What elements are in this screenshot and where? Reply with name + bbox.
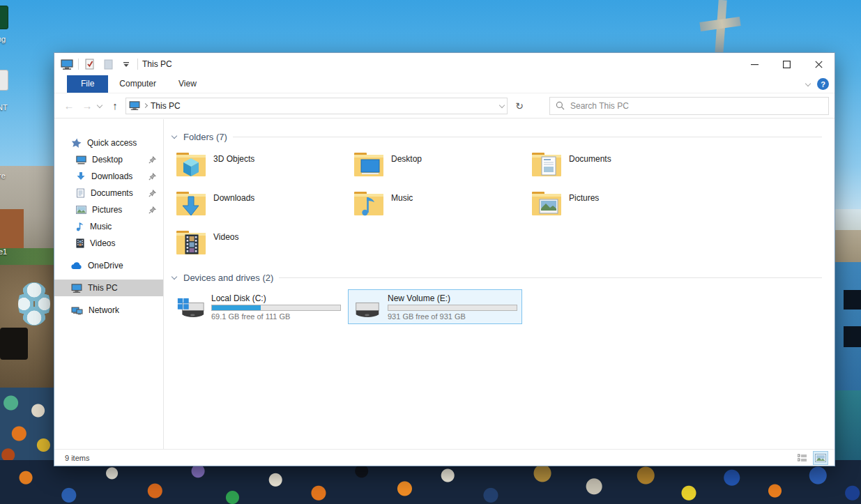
drive-name: Local Disk (C:)	[211, 293, 341, 303]
sidebar-item-desktop[interactable]: Desktop	[54, 151, 163, 168]
sidebar-item-quick-access[interactable]: Quick access	[54, 135, 163, 151]
search-box[interactable]	[549, 97, 829, 115]
local-disk-icon	[176, 293, 205, 321]
refresh-button[interactable]: ↻	[510, 98, 528, 114]
sidebar-item-this-pc[interactable]: This PC	[54, 280, 163, 296]
drive-tile-new-volume-e[interactable]: New Volume (E:) 931 GB free of 931 GB	[348, 289, 522, 324]
mosaic-flower	[18, 282, 50, 326]
folder-desktop-icon	[353, 150, 385, 179]
folder-tile-3d-objects[interactable]: 3D Objects	[175, 150, 353, 189]
tab-file[interactable]: File	[67, 75, 108, 93]
capacity-bar	[211, 305, 341, 311]
folder-tile-pictures[interactable]: Pictures	[531, 189, 708, 228]
folders-grid: 3D Objects Desktop Documents	[175, 146, 712, 267]
address-bar[interactable]: This PC	[125, 98, 508, 114]
address-dropdown-icon[interactable]	[499, 102, 505, 107]
quick-access-star-icon	[71, 138, 82, 148]
folder-tile-videos[interactable]: Videos	[175, 228, 353, 267]
customize-qat-button[interactable]	[119, 58, 133, 70]
sidebar-item-music[interactable]: Music	[54, 218, 163, 235]
desktop-shortcut-4[interactable]: e1	[0, 247, 7, 256]
desktop-shortcut-2[interactable]: NT	[0, 70, 8, 112]
sidebar-item-label: Network	[89, 305, 119, 315]
sidebar-item-network[interactable]: Network	[54, 302, 163, 319]
search-icon	[556, 101, 565, 110]
folders-group-header[interactable]: Folders (7)	[169, 129, 822, 144]
forward-button[interactable]: →	[79, 100, 95, 112]
this-pc-icon	[60, 58, 74, 70]
this-pc-icon	[129, 101, 140, 110]
folder-documents-icon	[531, 150, 563, 179]
maximize-button[interactable]	[770, 53, 802, 75]
this-pc-icon	[71, 284, 82, 293]
back-button[interactable]: ←	[61, 100, 77, 112]
large-icons-view-button[interactable]	[814, 452, 828, 464]
folder-name: Downloads	[213, 189, 254, 228]
titlebar[interactable]: This PC	[54, 53, 835, 75]
sidebar-item-label: Documents	[91, 188, 133, 198]
properties-button[interactable]	[83, 58, 97, 70]
music-icon	[76, 222, 84, 231]
pictures-icon	[76, 206, 86, 214]
desktop-shortcut-1[interactable]: ng	[0, 6, 8, 43]
folder-name: Videos	[213, 228, 238, 267]
new-folder-button[interactable]	[101, 58, 115, 70]
navigation-pane: Quick access Desktop Downloads Documents…	[54, 119, 164, 449]
window-title: This PC	[142, 59, 172, 69]
mosaic-left-strip	[0, 388, 54, 464]
drive-name: New Volume (E:)	[388, 293, 517, 303]
cityscape-left	[0, 166, 54, 257]
tab-computer[interactable]: Computer	[108, 75, 167, 93]
folder-name: Music	[391, 189, 413, 228]
desktop-shortcut-3[interactable]: re	[0, 171, 6, 180]
details-view-button[interactable]	[795, 452, 809, 464]
pin-icon	[148, 156, 156, 164]
desktop-shortcut-label: ng	[0, 35, 8, 43]
quick-access-toolbar	[54, 58, 138, 70]
expand-ribbon-icon[interactable]	[805, 80, 811, 86]
pin-icon	[148, 173, 156, 181]
drive-capacity-text: 69.1 GB free of 111 GB	[211, 312, 341, 321]
desktop-shortcut-label: re	[0, 171, 6, 180]
cityscape-right	[834, 230, 861, 265]
folder-tile-music[interactable]: Music	[353, 189, 531, 228]
folder-tile-downloads[interactable]: Downloads	[175, 189, 353, 228]
search-input[interactable]	[570, 101, 823, 111]
sidebar-item-label: Downloads	[91, 171, 132, 181]
folder-3d-objects-icon	[175, 150, 207, 179]
group-title: Folders (7)	[183, 132, 227, 142]
breadcrumb[interactable]: This PC	[151, 101, 181, 111]
sidebar-item-label: This PC	[88, 283, 118, 293]
desktop-shortcut-label: e1	[0, 247, 7, 256]
videos-icon	[76, 238, 84, 248]
navigation-bar: ← → ↑ This PC ↻	[54, 93, 835, 119]
caption-buttons	[738, 53, 835, 75]
tab-view[interactable]: View	[167, 75, 208, 93]
drives-group-header[interactable]: Devices and drives (2)	[169, 270, 822, 285]
ribbon-tab-bar: File Computer View ?	[54, 75, 835, 93]
folder-tile-desktop[interactable]: Desktop	[353, 150, 531, 189]
up-button[interactable]: ↑	[107, 100, 123, 112]
minimize-button[interactable]	[738, 53, 770, 75]
sidebar-item-documents[interactable]: Documents	[54, 185, 163, 201]
pin-icon	[148, 190, 156, 197]
drive-capacity-text: 931 GB free of 931 GB	[388, 312, 517, 321]
sidebar-item-label: Desktop	[92, 155, 123, 165]
sidebar-item-pictures[interactable]: Pictures	[54, 201, 163, 218]
sidebar-item-label: Pictures	[92, 205, 122, 215]
sidebar-item-downloads[interactable]: Downloads	[54, 168, 163, 185]
sidebar-item-videos[interactable]: Videos	[54, 235, 163, 252]
help-button[interactable]: ?	[817, 78, 829, 90]
file-explorer-window: This PC File Computer View ? ← → ↑ This …	[54, 52, 835, 466]
sidebar-item-label: Quick access	[87, 138, 137, 148]
onedrive-cloud-icon	[71, 262, 82, 270]
collapse-group-icon[interactable]	[172, 133, 177, 139]
sidebar-item-onedrive[interactable]: OneDrive	[54, 257, 163, 274]
folder-tile-documents[interactable]: Documents	[531, 150, 708, 189]
collapse-group-icon[interactable]	[172, 274, 177, 280]
recent-locations-icon[interactable]	[97, 102, 102, 107]
network-icon	[71, 306, 83, 315]
drive-tile-local-disk-c[interactable]: Local Disk (C:) 69.1 GB free of 111 GB	[172, 289, 346, 324]
folder-videos-icon	[175, 228, 207, 257]
close-button[interactable]	[802, 53, 835, 75]
